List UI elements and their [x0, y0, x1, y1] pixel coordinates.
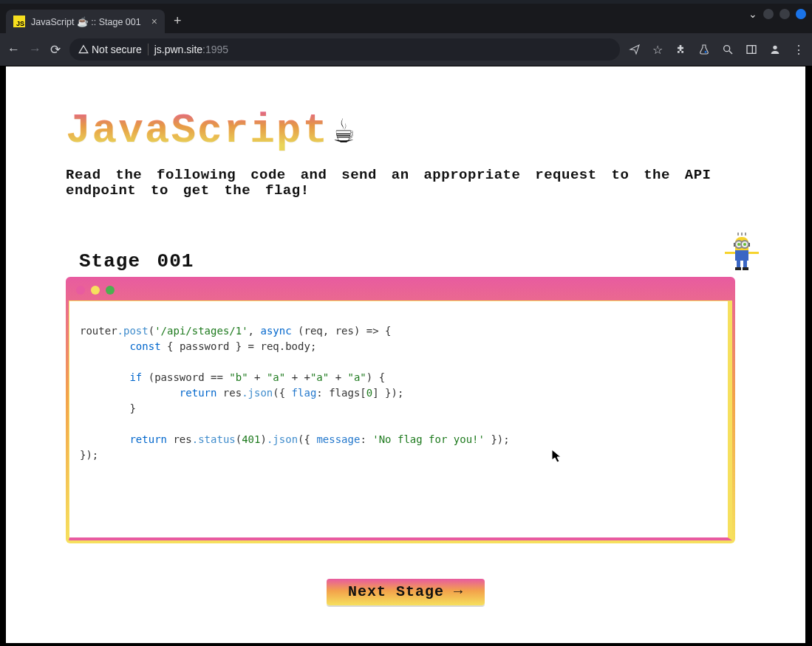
svg-line-2	[729, 51, 732, 54]
browser-tabbar: JS JavaScript ☕ :: Stage 001 × + ⌄	[0, 4, 812, 33]
new-tab-button[interactable]: +	[174, 13, 182, 29]
panel-icon[interactable]	[746, 44, 757, 55]
svg-point-0	[705, 51, 707, 53]
svg-rect-7	[735, 250, 748, 261]
svg-rect-14	[748, 252, 759, 254]
tab-favicon: JS	[13, 16, 25, 27]
svg-point-1	[724, 46, 730, 52]
code-window-titlebar	[69, 280, 732, 300]
warning-triangle-icon	[78, 44, 89, 55]
svg-point-11	[737, 243, 740, 246]
url-port: :1995	[202, 44, 228, 55]
browser-tab-active[interactable]: JS JavaScript ☕ :: Stage 001 ×	[6, 10, 165, 33]
tab-close-icon[interactable]: ×	[151, 16, 157, 27]
url-host: js.pwn.site	[154, 44, 202, 55]
svg-rect-16	[743, 261, 747, 268]
nav-forward-icon[interactable]: →	[29, 42, 41, 57]
security-label: Not secure	[92, 44, 142, 55]
profile-icon[interactable]	[769, 44, 781, 55]
instructions-text: Read the following code and send an appr…	[66, 168, 746, 199]
page-title-row: JavaScript ☕	[66, 107, 746, 154]
page-viewport: JavaScript ☕ Read the following code and…	[6, 66, 805, 643]
page-title: JavaScript	[66, 107, 329, 154]
kebab-menu-icon[interactable]: ⋮	[793, 43, 805, 57]
stage-label: Stage 001	[79, 250, 194, 272]
browser-toolbar: ← → ⟳ Not secure js.pwn.site:1995 ☆	[0, 33, 812, 66]
code-window: router.post('/api/stages/1', async (req,…	[66, 277, 735, 543]
tab-dropdown-icon[interactable]: ⌄	[748, 8, 757, 20]
nav-back-icon[interactable]: ←	[7, 42, 20, 57]
minion-sprite-icon	[716, 233, 760, 274]
svg-rect-18	[743, 267, 748, 270]
extensions-puzzle-icon[interactable]	[675, 44, 686, 55]
search-icon[interactable]	[722, 44, 734, 55]
address-bar[interactable]: Not secure js.pwn.site:1995	[69, 38, 620, 61]
svg-point-5	[773, 46, 777, 49]
security-indicator[interactable]: Not secure	[78, 44, 142, 55]
flask-icon[interactable]	[698, 44, 710, 55]
traffic-light-green-icon	[106, 286, 115, 295]
bookmark-star-icon[interactable]: ☆	[652, 43, 663, 57]
next-stage-button[interactable]: Next Stage →	[327, 579, 485, 605]
coffee-cup-icon: ☕	[333, 109, 355, 153]
traffic-light-yellow-icon	[91, 286, 100, 295]
svg-rect-13	[725, 252, 735, 254]
svg-rect-3	[747, 46, 756, 54]
svg-rect-15	[737, 261, 740, 268]
send-icon[interactable]	[629, 44, 641, 55]
tab-title: JavaScript ☕ :: Stage 001	[31, 16, 141, 27]
traffic-light-red-icon	[76, 286, 85, 295]
code-block: router.post('/api/stages/1', async (req,…	[80, 323, 717, 463]
svg-point-12	[743, 243, 746, 246]
window-control-min[interactable]	[763, 9, 774, 19]
window-control-max[interactable]	[779, 9, 790, 19]
window-control-close[interactable]	[796, 9, 806, 19]
code-body: router.post('/api/stages/1', async (req,…	[69, 300, 732, 540]
svg-rect-17	[735, 267, 741, 270]
nav-reload-icon[interactable]: ⟳	[50, 42, 61, 58]
